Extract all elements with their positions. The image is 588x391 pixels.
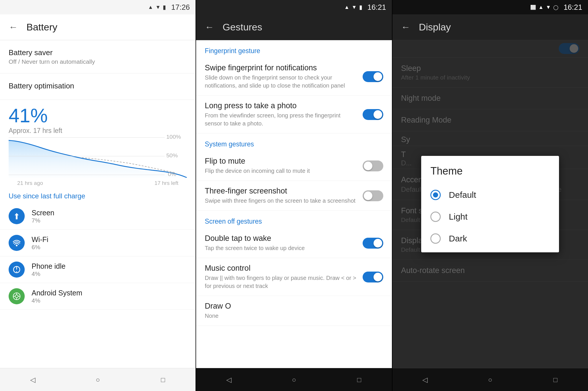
flip-mute-thumb bbox=[364, 162, 372, 170]
music-control-title: Music control bbox=[205, 264, 357, 273]
battery-percentage: 41% bbox=[9, 106, 187, 125]
svg-point-10 bbox=[16, 271, 17, 272]
battery-chart-svg: 100% 50% 0% bbox=[9, 135, 187, 178]
svg-text:100%: 100% bbox=[166, 135, 181, 140]
nav-recents-gestures[interactable]: □ bbox=[351, 374, 368, 386]
three-finger-toggle[interactable] bbox=[363, 190, 383, 201]
three-finger-screenshot-item[interactable]: Three-finger screenshot Swipe with three… bbox=[196, 181, 392, 211]
draw-o-info: Draw O None bbox=[205, 302, 383, 320]
display-content: Sleep After 1 minute of inactivity Night… bbox=[392, 40, 588, 368]
wifi-status-icon-g: ▼ bbox=[352, 4, 357, 10]
nav-back-display[interactable]: ◁ bbox=[416, 374, 434, 386]
radio-light-outer bbox=[430, 212, 441, 222]
music-control-info: Music control Draw || with two fingers t… bbox=[205, 264, 362, 290]
longpress-photo-toggle[interactable] bbox=[363, 109, 383, 120]
three-finger-title: Three-finger screenshot bbox=[205, 187, 357, 196]
app-item-phoneidle[interactable]: Phone idle 4% bbox=[0, 256, 196, 283]
battery-saver-title: Battery saver bbox=[9, 48, 187, 57]
double-tap-wake-title: Double tap to wake bbox=[205, 234, 357, 243]
bottom-nav-battery: ◁ ○ □ bbox=[0, 368, 196, 391]
back-button-battery[interactable]: ← bbox=[9, 22, 18, 32]
status-icons-display: ⬜ ▲ ▼ ◯ 16:21 bbox=[530, 3, 582, 12]
battery-saver-item[interactable]: Battery saver Off / Never turn on automa… bbox=[0, 40, 196, 73]
svg-text:50%: 50% bbox=[166, 153, 178, 158]
dialog-title: Theme bbox=[421, 165, 559, 184]
swipe-fingerprint-toggle[interactable] bbox=[363, 71, 383, 82]
status-time-gestures: 16:21 bbox=[368, 3, 386, 12]
wifi-app-pct: 6% bbox=[32, 244, 48, 251]
bottom-nav-display: ◁ ○ □ bbox=[392, 368, 588, 391]
wifi-icon bbox=[9, 235, 25, 251]
clock-icon: ◯ bbox=[553, 5, 558, 10]
screen-app-pct: 7% bbox=[32, 217, 54, 224]
music-control-item[interactable]: Music control Draw || with two fingers t… bbox=[196, 258, 392, 296]
power-icon bbox=[9, 262, 25, 278]
wifi-info: Wi-Fi 6% bbox=[32, 235, 48, 251]
status-bar-display: ⬜ ▲ ▼ ◯ 16:21 bbox=[392, 0, 588, 14]
flip-mute-title: Flip to mute bbox=[205, 157, 357, 166]
status-time-battery: 17:26 bbox=[171, 3, 190, 12]
nav-home-display[interactable]: ○ bbox=[481, 374, 499, 386]
app-item-wifi[interactable]: Wi-Fi 6% bbox=[0, 230, 196, 256]
nav-home-gestures[interactable]: ○ bbox=[285, 374, 303, 386]
battery-pct-area: 41% Approx. 17 hrs left bbox=[0, 100, 196, 135]
page-title-battery: Battery bbox=[26, 22, 57, 33]
draw-o-item[interactable]: Draw O None bbox=[196, 296, 392, 326]
battery-optimisation-item[interactable]: Battery optimisation bbox=[0, 73, 196, 100]
flip-mute-desc: Flip the device on incoming call to mute… bbox=[205, 167, 357, 175]
bottom-nav-gestures: ◁ ○ □ bbox=[196, 368, 392, 391]
battery-estimate: Approx. 17 hrs left bbox=[9, 127, 187, 135]
display-panel: ⬜ ▲ ▼ ◯ 16:21 ← Display Sleep After 1 mi… bbox=[392, 0, 588, 391]
battery-content: Battery saver Off / Never turn on automa… bbox=[0, 40, 196, 368]
double-tap-wake-thumb bbox=[374, 239, 382, 247]
battery-status-icon: ▮ bbox=[163, 4, 166, 11]
screen-app-name: Screen bbox=[32, 209, 54, 217]
chart-time-left: 21 hrs ago bbox=[17, 180, 43, 186]
double-tap-wake-toggle[interactable] bbox=[363, 238, 383, 249]
back-button-gestures[interactable]: ← bbox=[205, 22, 214, 32]
radio-default-outer bbox=[430, 190, 441, 200]
flip-mute-item[interactable]: Flip to mute Flip the device on incoming… bbox=[196, 151, 392, 181]
svg-marker-6 bbox=[15, 213, 19, 219]
phoneidle-app-pct: 4% bbox=[32, 270, 65, 277]
wifi-status-icon: ▼ bbox=[155, 4, 160, 10]
battery-chart-time: 21 hrs ago 17 hrs left bbox=[9, 180, 187, 186]
double-tap-wake-info: Double tap to wake Tap the screen twice … bbox=[205, 234, 362, 252]
draw-o-title: Draw O bbox=[205, 302, 377, 311]
theme-option-light[interactable]: Light bbox=[421, 206, 559, 228]
nav-back-gestures[interactable]: ◁ bbox=[220, 374, 237, 386]
android-app-pct: 4% bbox=[32, 297, 82, 304]
draw-o-desc: None bbox=[205, 312, 377, 320]
radio-dark-outer bbox=[430, 233, 441, 244]
page-title-display: Display bbox=[419, 22, 451, 33]
screen-icon bbox=[9, 208, 25, 224]
photo-icon: ⬜ bbox=[530, 5, 536, 10]
nav-home-battery[interactable]: ○ bbox=[89, 374, 107, 386]
android-app-name: Android System bbox=[32, 289, 82, 297]
app-item-android[interactable]: Android System 4% bbox=[0, 283, 196, 310]
top-bar-display: ← Display bbox=[392, 14, 588, 40]
double-tap-wake-item[interactable]: Double tap to wake Tap the screen twice … bbox=[196, 228, 392, 258]
swipe-fingerprint-item[interactable]: Swipe fingerprint for notifications Slid… bbox=[196, 58, 392, 96]
nav-back-battery[interactable]: ◁ bbox=[24, 374, 41, 386]
music-control-thumb bbox=[374, 273, 382, 281]
app-item-screen[interactable]: Screen 7% bbox=[0, 203, 196, 230]
swipe-fingerprint-title: Swipe fingerprint for notifications bbox=[205, 63, 357, 72]
longpress-photo-item[interactable]: Long press to take a photo From the view… bbox=[196, 96, 392, 133]
chart-time-right: 17 hrs left bbox=[154, 180, 178, 186]
flip-mute-toggle[interactable] bbox=[363, 160, 383, 171]
theme-option-default[interactable]: Default bbox=[421, 184, 559, 206]
longpress-photo-info: Long press to take a photo From the view… bbox=[205, 101, 362, 127]
nav-recents-battery[interactable]: □ bbox=[154, 374, 172, 386]
music-control-toggle[interactable] bbox=[363, 272, 383, 282]
back-button-display[interactable]: ← bbox=[401, 22, 410, 32]
swipe-fingerprint-desc: Slide down on the fingerprint sensor to … bbox=[205, 73, 357, 90]
flip-mute-info: Flip to mute Flip the device on incoming… bbox=[205, 157, 362, 175]
status-icons-battery: ▲ ▼ ▮ 17:26 bbox=[148, 3, 190, 12]
status-bar-gestures: ▲ ▼ ▮ 16:21 bbox=[196, 0, 392, 14]
gestures-content: Fingerprint gesture Swipe fingerprint fo… bbox=[196, 40, 392, 368]
theme-option-dark[interactable]: Dark bbox=[421, 228, 559, 249]
top-bar-battery: ← Battery bbox=[0, 14, 196, 40]
android-icon bbox=[9, 288, 25, 304]
nav-recents-display[interactable]: □ bbox=[547, 374, 564, 386]
